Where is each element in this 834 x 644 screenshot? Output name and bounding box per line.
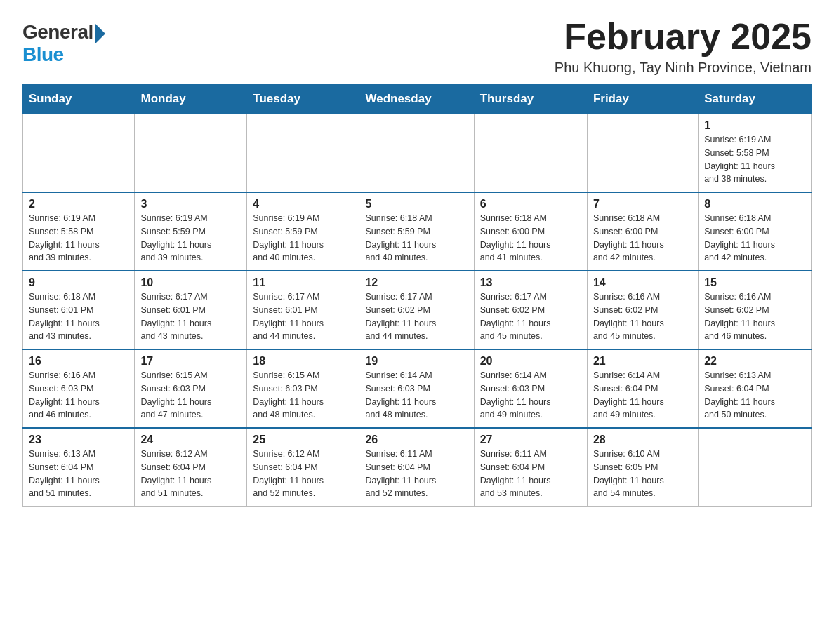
calendar-week-row: 1Sunrise: 6:19 AMSunset: 5:58 PMDaylight… [23,114,812,192]
calendar-cell: 23Sunrise: 6:13 AMSunset: 6:04 PMDayligh… [23,428,135,507]
calendar-cell: 6Sunrise: 6:18 AMSunset: 6:00 PMDaylight… [474,192,587,271]
weekday-header-tuesday: Tuesday [247,85,359,114]
calendar-cell [699,428,812,507]
day-number: 28 [593,434,692,446]
logo-general-text: General [22,21,93,43]
day-number: 23 [29,434,128,446]
calendar-cell: 11Sunrise: 6:17 AMSunset: 6:01 PMDayligh… [247,271,359,349]
day-info: Sunrise: 6:11 AMSunset: 6:04 PMDaylight:… [365,448,468,500]
day-info: Sunrise: 6:17 AMSunset: 6:01 PMDaylight:… [140,290,241,343]
day-info: Sunrise: 6:16 AMSunset: 6:02 PMDaylight:… [593,290,692,343]
weekday-header-monday: Monday [135,85,247,114]
calendar-cell: 4Sunrise: 6:19 AMSunset: 5:59 PMDaylight… [247,192,359,271]
day-number: 19 [365,355,468,368]
weekday-header-wednesday: Wednesday [359,85,474,114]
day-info: Sunrise: 6:18 AMSunset: 6:00 PMDaylight:… [593,212,692,264]
calendar-cell: 25Sunrise: 6:12 AMSunset: 6:04 PMDayligh… [247,428,359,507]
day-info: Sunrise: 6:15 AMSunset: 6:03 PMDaylight:… [140,369,241,422]
calendar-cell: 14Sunrise: 6:16 AMSunset: 6:02 PMDayligh… [587,271,698,349]
calendar-cell [247,114,359,192]
day-info: Sunrise: 6:19 AMSunset: 5:59 PMDaylight:… [140,212,241,264]
page: General Blue February 2025 Phu Khuong, T… [0,0,834,523]
weekday-header-friday: Friday [587,85,698,114]
calendar-cell: 3Sunrise: 6:19 AMSunset: 5:59 PMDaylight… [135,192,247,271]
calendar-week-row: 16Sunrise: 6:16 AMSunset: 6:03 PMDayligh… [23,349,812,428]
day-info: Sunrise: 6:12 AMSunset: 6:04 PMDaylight:… [140,448,241,500]
calendar-cell: 21Sunrise: 6:14 AMSunset: 6:04 PMDayligh… [587,349,698,428]
day-info: Sunrise: 6:18 AMSunset: 5:59 PMDaylight:… [365,212,468,264]
day-number: 1 [704,119,805,132]
calendar-cell [474,114,587,192]
day-info: Sunrise: 6:18 AMSunset: 6:00 PMDaylight:… [480,212,581,264]
logo-blue-text: Blue [22,43,64,66]
calendar-cell: 15Sunrise: 6:16 AMSunset: 6:02 PMDayligh… [699,271,812,349]
weekday-header-thursday: Thursday [474,85,587,114]
calendar-cell: 16Sunrise: 6:16 AMSunset: 6:03 PMDayligh… [23,349,135,428]
day-number: 17 [140,355,241,368]
day-number: 22 [704,355,805,368]
day-number: 5 [365,198,468,210]
day-info: Sunrise: 6:17 AMSunset: 6:02 PMDaylight:… [365,290,468,343]
calendar-cell [135,114,247,192]
day-number: 14 [593,276,692,289]
day-number: 13 [480,276,581,289]
day-info: Sunrise: 6:18 AMSunset: 6:00 PMDaylight:… [704,212,805,264]
calendar-cell [23,114,135,192]
calendar-cell: 12Sunrise: 6:17 AMSunset: 6:02 PMDayligh… [359,271,474,349]
day-info: Sunrise: 6:12 AMSunset: 6:04 PMDaylight:… [253,448,353,500]
logo: General Blue [22,21,105,66]
calendar-cell: 26Sunrise: 6:11 AMSunset: 6:04 PMDayligh… [359,428,474,507]
calendar-cell: 10Sunrise: 6:17 AMSunset: 6:01 PMDayligh… [135,271,247,349]
day-number: 15 [704,276,805,289]
day-info: Sunrise: 6:15 AMSunset: 6:03 PMDaylight:… [253,369,353,422]
day-number: 24 [140,434,241,446]
day-info: Sunrise: 6:13 AMSunset: 6:04 PMDaylight:… [29,448,128,500]
calendar-cell: 27Sunrise: 6:11 AMSunset: 6:04 PMDayligh… [474,428,587,507]
day-info: Sunrise: 6:17 AMSunset: 6:02 PMDaylight:… [480,290,581,343]
calendar-cell: 19Sunrise: 6:14 AMSunset: 6:03 PMDayligh… [359,349,474,428]
day-info: Sunrise: 6:17 AMSunset: 6:01 PMDaylight:… [253,290,353,343]
calendar-week-row: 9Sunrise: 6:18 AMSunset: 6:01 PMDaylight… [23,271,812,349]
day-info: Sunrise: 6:10 AMSunset: 6:05 PMDaylight:… [593,448,692,500]
calendar-cell [359,114,474,192]
day-info: Sunrise: 6:16 AMSunset: 6:02 PMDaylight:… [704,290,805,343]
day-info: Sunrise: 6:16 AMSunset: 6:03 PMDaylight:… [29,369,128,422]
day-info: Sunrise: 6:19 AMSunset: 5:58 PMDaylight:… [704,133,805,186]
day-number: 16 [29,355,128,368]
calendar-cell: 2Sunrise: 6:19 AMSunset: 5:58 PMDaylight… [23,192,135,271]
day-number: 12 [365,276,468,289]
day-info: Sunrise: 6:13 AMSunset: 6:04 PMDaylight:… [704,369,805,422]
header-row: General Blue February 2025 Phu Khuong, T… [22,17,812,76]
logo-arrow-icon [95,24,105,43]
calendar-cell: 5Sunrise: 6:18 AMSunset: 5:59 PMDaylight… [359,192,474,271]
weekday-header-sunday: Sunday [23,85,135,114]
day-number: 6 [480,198,581,210]
day-number: 25 [253,434,353,446]
calendar-week-row: 23Sunrise: 6:13 AMSunset: 6:04 PMDayligh… [23,428,812,507]
month-title: February 2025 [555,17,812,57]
calendar-cell: 18Sunrise: 6:15 AMSunset: 6:03 PMDayligh… [247,349,359,428]
day-info: Sunrise: 6:19 AMSunset: 5:58 PMDaylight:… [29,212,128,264]
day-info: Sunrise: 6:14 AMSunset: 6:03 PMDaylight:… [480,369,581,422]
day-number: 20 [480,355,581,368]
calendar-cell: 1Sunrise: 6:19 AMSunset: 5:58 PMDaylight… [699,114,812,192]
calendar-cell: 17Sunrise: 6:15 AMSunset: 6:03 PMDayligh… [135,349,247,428]
calendar-cell [587,114,698,192]
day-number: 8 [704,198,805,210]
calendar-cell: 22Sunrise: 6:13 AMSunset: 6:04 PMDayligh… [699,349,812,428]
calendar-cell: 13Sunrise: 6:17 AMSunset: 6:02 PMDayligh… [474,271,587,349]
day-info: Sunrise: 6:18 AMSunset: 6:01 PMDaylight:… [29,290,128,343]
calendar-cell: 20Sunrise: 6:14 AMSunset: 6:03 PMDayligh… [474,349,587,428]
day-number: 27 [480,434,581,446]
day-info: Sunrise: 6:14 AMSunset: 6:03 PMDaylight:… [365,369,468,422]
calendar-table: SundayMondayTuesdayWednesdayThursdayFrid… [22,84,812,507]
calendar-cell: 9Sunrise: 6:18 AMSunset: 6:01 PMDaylight… [23,271,135,349]
calendar-cell: 28Sunrise: 6:10 AMSunset: 6:05 PMDayligh… [587,428,698,507]
day-number: 9 [29,276,128,289]
day-number: 10 [140,276,241,289]
day-info: Sunrise: 6:11 AMSunset: 6:04 PMDaylight:… [480,448,581,500]
day-number: 3 [140,198,241,210]
location-title: Phu Khuong, Tay Ninh Province, Vietnam [555,60,812,76]
day-number: 18 [253,355,353,368]
day-number: 7 [593,198,692,210]
